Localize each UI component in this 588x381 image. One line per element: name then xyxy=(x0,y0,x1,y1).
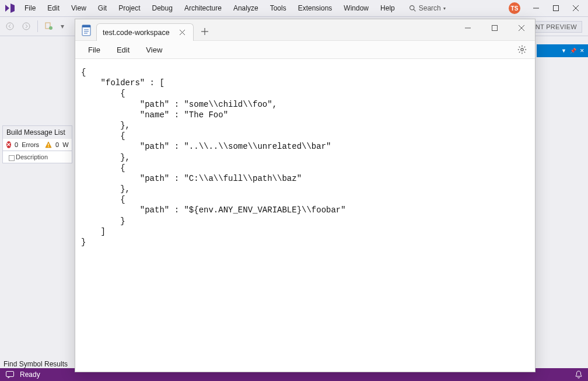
svg-line-33 xyxy=(524,47,526,48)
vs-maximize-button[interactable] xyxy=(546,2,566,15)
svg-point-6 xyxy=(6,23,13,30)
notepad-menubar: File Edit View xyxy=(75,40,535,59)
description-column[interactable]: Description xyxy=(2,151,72,163)
vs-logo-icon xyxy=(2,2,18,14)
svg-point-26 xyxy=(521,48,523,51)
svg-rect-23 xyxy=(492,26,498,31)
svg-line-34 xyxy=(519,52,520,53)
notepad-close-button[interactable] xyxy=(508,19,535,37)
notepad-maximize-button[interactable] xyxy=(481,19,508,37)
svg-line-1 xyxy=(414,9,415,11)
preview-chip: NT PREVIEW xyxy=(530,21,582,33)
np-menu-view[interactable]: View xyxy=(138,42,170,58)
vs-menu-analyze[interactable]: Analyze xyxy=(228,2,264,15)
notepad-minimize-button[interactable] xyxy=(454,19,481,37)
vs-menu-file[interactable]: File xyxy=(19,2,41,15)
np-menu-edit[interactable]: Edit xyxy=(108,42,138,58)
svg-point-9 xyxy=(49,26,52,30)
vs-menu-tools[interactable]: Tools xyxy=(264,2,292,15)
notepad-app-icon xyxy=(80,24,93,37)
status-ready: Ready xyxy=(20,370,40,379)
error-icon: ✕ xyxy=(6,141,11,148)
tab-title: test.code-workspace xyxy=(103,29,170,37)
notepad-tab[interactable]: test.code-workspace xyxy=(96,23,194,41)
vs-menu-window[interactable]: Window xyxy=(338,2,374,15)
panel-title: Build Message List xyxy=(2,125,72,139)
close-icon[interactable]: ✕ xyxy=(580,48,584,54)
vs-menu-debug[interactable]: Debug xyxy=(146,2,178,15)
chevron-down-icon: ▾ xyxy=(443,6,446,11)
vs-menu-view[interactable]: View xyxy=(65,2,92,15)
notepad-titlebar[interactable]: test.code-workspace xyxy=(75,19,535,40)
vs-close-button[interactable] xyxy=(566,2,586,15)
vs-menu-project[interactable]: Project xyxy=(113,2,146,15)
vs-menu-extensions[interactable]: Extensions xyxy=(292,2,338,15)
vs-menubar: File Edit View Git Project Debug Archite… xyxy=(0,0,588,16)
feedback-button[interactable] xyxy=(6,371,14,378)
new-item-button[interactable] xyxy=(43,20,55,33)
error-count: 0 xyxy=(15,141,18,148)
chat-icon xyxy=(6,371,14,378)
nav-back-button[interactable] xyxy=(4,20,16,33)
warning-count: 0 xyxy=(55,141,59,148)
warning-icon xyxy=(45,141,52,148)
bell-icon xyxy=(575,370,582,379)
vs-menu-architecture[interactable]: Architecture xyxy=(178,2,228,15)
find-symbol-results-tab[interactable]: Find Symbol Results xyxy=(4,360,68,368)
vs-menu-edit[interactable]: Edit xyxy=(41,2,65,15)
notifications-button[interactable] xyxy=(575,370,582,379)
chevron-down-icon[interactable]: ▾ xyxy=(59,20,66,33)
vs-menu-git[interactable]: Git xyxy=(92,2,113,15)
svg-point-7 xyxy=(23,23,30,30)
svg-rect-14 xyxy=(82,25,90,27)
panel-titlebar: ▼ 📌 ✕ xyxy=(537,44,588,57)
svg-point-11 xyxy=(48,146,49,147)
settings-button[interactable] xyxy=(514,41,530,58)
np-menu-file[interactable]: File xyxy=(80,42,108,58)
search-icon xyxy=(409,5,416,12)
close-icon xyxy=(180,30,185,35)
gear-icon xyxy=(517,45,527,54)
notepad-window: test.code-workspace File Edit View { "fo… xyxy=(75,19,536,372)
error-label: Errors xyxy=(22,141,39,148)
vs-search[interactable]: Search ▾ xyxy=(409,4,446,12)
user-avatar[interactable]: TS xyxy=(509,2,520,14)
new-tab-button[interactable] xyxy=(196,23,214,40)
vs-minimize-button[interactable] xyxy=(526,2,546,15)
error-filter[interactable]: ✕ 0 Errors 0 W xyxy=(2,139,72,151)
svg-rect-12 xyxy=(6,372,14,377)
warning-label: W xyxy=(62,141,68,148)
svg-line-31 xyxy=(519,47,520,48)
vs-menu-help[interactable]: Help xyxy=(374,2,401,15)
pin-icon[interactable]: 📌 xyxy=(570,48,576,54)
editor-textarea[interactable]: { "folders" : [ { "path" : "some\\child\… xyxy=(75,59,535,372)
nav-forward-button[interactable] xyxy=(20,20,33,33)
chevron-down-icon[interactable]: ▼ xyxy=(561,48,566,54)
build-message-panel: Build Message List ✕ 0 Errors 0 W Descri… xyxy=(2,125,72,163)
svg-rect-3 xyxy=(554,6,559,11)
tab-close-button[interactable] xyxy=(178,28,187,37)
plus-icon xyxy=(201,28,208,35)
svg-point-0 xyxy=(410,5,414,9)
vs-search-label: Search xyxy=(419,4,441,12)
svg-line-32 xyxy=(524,52,526,53)
